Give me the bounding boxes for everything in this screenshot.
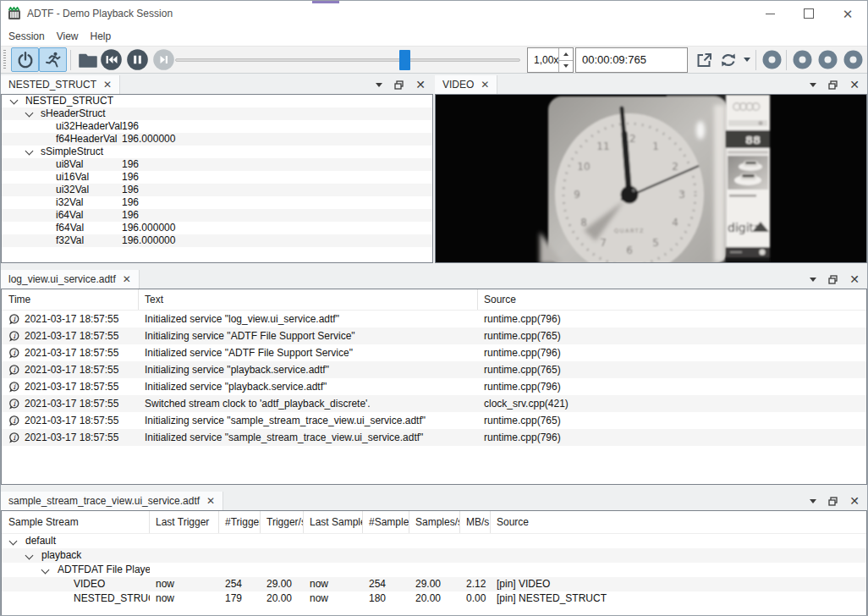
log-row[interactable]: i2021-03-17 18:57:55 Initializing servic… [2,361,866,378]
menu-view[interactable]: View [57,30,79,42]
trace-row[interactable]: playback [2,548,866,563]
tree-row[interactable]: ui8Val196 [2,158,432,171]
loop-button[interactable] [717,47,740,72]
timeline-slider-groove[interactable] [175,58,520,62]
speed-spinbox[interactable]: 1,00x [527,47,574,73]
chevron-down-icon[interactable] [25,147,34,156]
tree-row[interactable]: NESTED_STRUCT [2,95,432,107]
minimize-button[interactable] [750,1,789,26]
log-row[interactable]: i2021-03-17 18:57:55 Initializing servic… [2,327,866,344]
loop-options-button[interactable] [740,47,754,72]
log-row[interactable]: i2021-03-17 18:57:55 Initialized service… [2,378,866,395]
dock-menu-icon[interactable] [810,278,816,282]
dock-close-icon[interactable]: ✕ [849,273,860,285]
minimize-icon [766,14,775,14]
tab-close-icon[interactable]: ✕ [123,274,131,284]
column-header-time[interactable]: Time [2,289,139,310]
tab-video[interactable]: VIDEO ✕ [435,75,497,94]
chevron-down-icon[interactable] [9,537,18,546]
log-row[interactable]: i2021-03-17 18:57:55 Initializing servic… [2,412,866,429]
info-icon: i [8,331,19,342]
dock-float-icon[interactable] [828,275,838,284]
column-header-mbps[interactable]: MB/s [460,511,491,533]
dock-float-icon[interactable] [828,497,838,506]
tree-row[interactable]: f64Val196.000000 [2,222,432,234]
tree-row[interactable]: sHeaderStruct [2,107,432,120]
chevron-down-icon[interactable] [10,96,19,105]
tree-value: 196 [122,184,139,196]
dock-close-icon[interactable]: ✕ [849,495,860,507]
record-button-1[interactable] [760,47,783,72]
title-bar[interactable]: ADTF - Demo Playback Session ✕ [1,1,867,26]
record-button-2[interactable] [790,47,814,72]
dock-close-icon[interactable]: ✕ [849,79,860,91]
dock-menu-icon[interactable] [810,499,816,503]
toolbar-grip[interactable] [3,50,6,70]
log-row[interactable]: i2021-03-17 18:57:55 Initialized service… [2,429,866,446]
column-header-num-samples[interactable]: #Samples [363,511,409,533]
dock-close-icon[interactable]: ✕ [415,79,426,91]
speed-value[interactable]: 1,00x [528,48,558,72]
menu-help[interactable]: Help [91,30,112,42]
chevron-down-icon[interactable] [41,566,50,575]
log-row[interactable]: i2021-03-17 18:57:55 Initialized service… [2,344,866,361]
trace-row[interactable]: ADTFDAT File Player [2,563,866,577]
tree-row[interactable]: ui32HeaderVal196 [2,120,432,133]
tree-row[interactable]: i32Val196 [2,196,432,209]
detach-button[interactable] [691,47,717,72]
record-button-4[interactable] [841,47,865,72]
dock-float-icon[interactable] [828,80,838,90]
tab-nested-struct[interactable]: NESTED_STRUCT ✕ [1,75,120,94]
trace-row[interactable]: NESTED_STRUCT now 179 20.00 now 180 20.0… [2,591,866,606]
video-frame: 12 1 2 3 4 5 6 7 8 9 10 [436,95,866,262]
column-header-source[interactable]: Source [478,289,866,310]
column-header-text[interactable]: Text [139,289,478,310]
log-source: runtime.cpp(796) [478,429,866,446]
column-header-num-trigger[interactable]: #Trigger [219,511,261,533]
speed-decrease-button[interactable] [559,61,573,73]
tab-trace-view[interactable]: sample_stream_trace_view.ui_service.adtf… [1,492,223,510]
tree-row[interactable]: sSimpleStruct [2,146,432,158]
column-header-sample-stream[interactable]: Sample Stream [2,511,150,533]
trace-row[interactable]: VIDEO now 254 29.00 now 254 29.00 2.12 [… [2,577,866,591]
dock-float-icon[interactable] [394,80,404,90]
tab-close-icon[interactable]: ✕ [481,80,489,90]
screen-artifact [312,1,339,3]
speed-increase-button[interactable] [559,48,573,61]
record-button-3[interactable] [816,47,839,72]
maximize-button[interactable] [789,1,828,26]
log-row[interactable]: i2021-03-17 18:57:55 Switched stream clo… [2,395,866,412]
column-header-last-sample[interactable]: Last Sample [304,511,363,533]
menu-session[interactable]: Session [8,30,45,42]
tree-row[interactable]: i64Val196 [2,209,432,222]
dock-menu-icon[interactable] [376,83,382,87]
chevron-down-icon[interactable] [25,552,34,560]
log-text: Initializing service "playback.service.a… [139,361,478,378]
step-forward-button[interactable] [150,47,178,72]
tab-log-view[interactable]: log_view.ui_service.adtf ✕ [1,270,140,289]
tree-row[interactable]: f64HeaderVal196.000000 [2,133,432,146]
column-header-last-trigger[interactable]: Last Trigger [150,511,219,533]
tree-row[interactable]: ui32Val196 [2,184,432,196]
close-button[interactable]: ✕ [828,1,867,26]
svg-text:7: 7 [600,237,607,249]
log-row[interactable]: i2021-03-17 18:57:55 Initialized service… [2,311,866,327]
skip-to-start-button[interactable] [97,47,125,72]
tree-row[interactable]: f32Val196.000000 [2,234,432,247]
app-window: ADTF - Demo Playback Session ✕ Session V… [0,0,868,616]
column-header-trigger-rate[interactable]: Trigger/s [261,511,304,533]
power-toggle-button[interactable] [11,47,39,72]
external-link-icon [695,51,713,69]
time-display-field[interactable]: 00:00:09:765 [575,47,688,73]
tree-row[interactable]: ui16Val196 [2,171,432,184]
pause-button[interactable] [124,47,151,72]
tab-close-icon[interactable]: ✕ [103,80,112,90]
run-toggle-button[interactable] [39,47,67,72]
trace-row[interactable]: default [2,534,866,548]
column-header-source[interactable]: Source [491,511,866,533]
tab-close-icon[interactable]: ✕ [206,496,215,506]
column-header-sample-rate[interactable]: Samples/s [409,511,460,533]
dock-menu-icon[interactable] [810,83,816,87]
chevron-down-icon[interactable] [25,109,34,118]
timeline-slider-handle[interactable] [399,50,410,70]
